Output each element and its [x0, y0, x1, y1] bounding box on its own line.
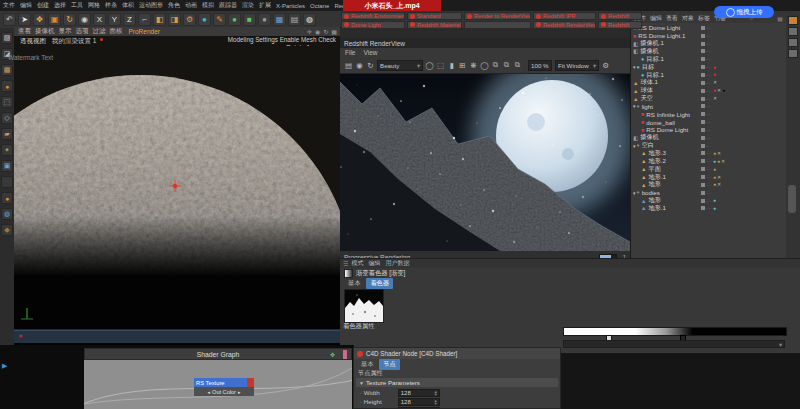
x-mark-icon[interactable]: ✕: [713, 80, 717, 85]
visibility-dots-icon[interactable]: ··: [706, 80, 712, 86]
visibility-marks[interactable]: ··●: [701, 63, 716, 71]
object-name[interactable]: 摄像机.1: [640, 40, 664, 48]
visibility-dots-icon[interactable]: ··: [706, 41, 712, 47]
visibility-dots-icon[interactable]: ··: [706, 127, 712, 133]
object-row[interactable]: ■RS Dome Light··: [631, 126, 787, 134]
visibility-marks[interactable]: ··●: [701, 165, 716, 173]
edges-mode-icon[interactable]: ◇: [1, 112, 13, 124]
om-menu-item[interactable]: 标签: [698, 14, 710, 23]
tag-orange-mark-icon[interactable]: ●: [713, 175, 716, 180]
object-row[interactable]: ●目标.1··●: [631, 71, 787, 79]
dialog-titlebar[interactable]: C4D Shader Node [C4D Shader]: [354, 348, 560, 359]
object-name[interactable]: 地形.2: [648, 157, 666, 165]
viewport-menu-item[interactable]: 查看: [18, 27, 31, 36]
object-row[interactable]: ◧摄像机.1··: [631, 40, 787, 48]
object-row[interactable]: ▾⌖light··: [631, 103, 787, 111]
render-settings-icon[interactable]: ⚙: [183, 13, 196, 26]
visibility-dots-icon[interactable]: ··: [706, 96, 712, 102]
y-axis-lock-icon[interactable]: Y: [108, 13, 121, 26]
viewport-menu-item[interactable]: 选项: [76, 27, 89, 36]
om-menu-item[interactable]: 查看: [666, 14, 678, 23]
renderview-titlebar[interactable]: Redshift RenderView: [340, 38, 630, 48]
menubar-item[interactable]: 跟踪器: [219, 1, 237, 10]
rv-start-ipr-icon[interactable]: ◉: [354, 60, 365, 71]
move-tool-icon[interactable]: ✥: [33, 13, 46, 26]
magnet-icon[interactable]: ◆: [1, 224, 13, 236]
menubar-item[interactable]: 文件: [3, 1, 15, 10]
viewport-solo-icon[interactable]: ▣: [1, 160, 13, 172]
redshift-button-redshift[interactable]: Redshift: [598, 21, 642, 29]
attr-menu-item[interactable]: 模式: [351, 259, 363, 268]
viewport-menu-item[interactable]: 摄像机: [35, 27, 55, 36]
coord-system-icon[interactable]: ⌐: [138, 13, 151, 26]
visibility-marks[interactable]: ··: [701, 142, 712, 150]
visibility-dots-icon[interactable]: ··: [706, 174, 712, 180]
visibility-marks[interactable]: ··●✕●: [701, 87, 725, 95]
visibility-marks[interactable]: ··: [701, 189, 712, 197]
node-port-label[interactable]: Out Color: [212, 389, 236, 395]
dialog-tab-节点[interactable]: 节点: [379, 359, 399, 370]
tag-orange-mark-icon[interactable]: ●: [713, 167, 716, 172]
attr-menu-item[interactable]: 用户数据: [385, 259, 409, 268]
object-name[interactable]: 目标.1: [646, 71, 664, 79]
object-row[interactable]: ▲球体.1··✕: [631, 79, 787, 87]
object-row[interactable]: ■RS Dome Light··: [631, 24, 787, 32]
object-name[interactable]: RS Dome Light.1: [638, 32, 685, 39]
object-row[interactable]: ▾⌖bodies··: [631, 189, 787, 197]
object-name[interactable]: 摄像机: [640, 134, 659, 142]
visibility-marks[interactable]: ··: [701, 48, 712, 56]
visibility-marks[interactable]: ··: [701, 32, 712, 40]
undo-icon[interactable]: ↶: [3, 13, 16, 26]
visibility-dots-icon[interactable]: ··: [706, 111, 712, 117]
tag-cyan-mark-icon[interactable]: ●: [713, 198, 716, 203]
deformer-icon[interactable]: ●: [258, 13, 271, 26]
x-mark-icon[interactable]: ✕: [713, 96, 717, 101]
mat-mark-icon[interactable]: ●: [713, 88, 716, 93]
redshift-button-redshift-renderview[interactable]: Redshift RenderView: [533, 21, 596, 29]
visibility-dots-icon[interactable]: ··: [706, 72, 712, 78]
layout-a-icon[interactable]: [788, 27, 798, 36]
view-label[interactable]: 透视视图: [20, 37, 46, 46]
object-name[interactable]: light: [642, 103, 653, 110]
redshift-button-render-to-renderview[interactable]: Render to RenderView: [464, 12, 531, 20]
redshift-button-redshift-materials[interactable]: Redshift Materials: [407, 21, 462, 29]
enable-axis-icon[interactable]: ⌖: [1, 144, 13, 156]
last-tool-icon[interactable]: ◉: [78, 13, 91, 26]
rv-copy-a-icon[interactable]: ⧉: [490, 60, 501, 71]
object-name[interactable]: RS Dome Light: [638, 24, 680, 31]
visibility-marks[interactable]: ··: [701, 24, 712, 32]
object-name[interactable]: 天空: [640, 95, 652, 103]
object-row[interactable]: ▲地形.2··●●✕: [631, 157, 787, 165]
object-row[interactable]: ▲地形··●: [631, 197, 787, 205]
om-scrollbar[interactable]: [788, 185, 796, 213]
menubar-item[interactable]: 工具: [71, 1, 83, 10]
object-row[interactable]: ●目标.1··: [631, 55, 787, 63]
visibility-dots-icon[interactable]: ··: [706, 190, 712, 196]
param-value-field[interactable]: 128▴▾: [398, 389, 440, 397]
sg-close-icon[interactable]: [343, 350, 347, 359]
tag-orange-mark-icon[interactable]: ●: [713, 151, 716, 156]
menubar-item[interactable]: 渲染: [242, 1, 254, 10]
rv-region-icon[interactable]: ⬚: [435, 60, 446, 71]
stepper-icon[interactable]: ▴▾: [435, 390, 437, 396]
x-mark-icon[interactable]: ✕: [717, 182, 721, 187]
visibility-marks[interactable]: ··●: [701, 71, 716, 79]
object-row[interactable]: ■RS Infinite Light··: [631, 110, 787, 118]
viewport-menu-item[interactable]: 面板: [110, 27, 123, 36]
object-name[interactable]: 地形: [648, 197, 660, 205]
redshift-button-standard[interactable]: Standard: [407, 12, 462, 20]
layout-c-icon[interactable]: [788, 49, 798, 58]
generator-cube-icon[interactable]: ■: [243, 13, 256, 26]
object-row[interactable]: ▲平面··●: [631, 165, 787, 173]
dialog-tab-基本[interactable]: 基本: [357, 359, 377, 370]
menubar-item[interactable]: Octane: [310, 3, 329, 9]
object-name[interactable]: RS Dome Light: [646, 126, 688, 133]
mograph-grid-icon[interactable]: ▦: [273, 13, 286, 26]
viewport-menu-item[interactable]: 过滤: [93, 27, 106, 36]
object-name[interactable]: 地形: [648, 181, 660, 189]
visibility-dots-icon[interactable]: ··: [706, 150, 712, 156]
layout-preset-icon[interactable]: [788, 16, 798, 25]
rv-settings-gear-icon[interactable]: ⚙: [600, 60, 611, 71]
render-image[interactable]: [340, 74, 630, 251]
select-cursor-icon[interactable]: ➤: [18, 13, 31, 26]
